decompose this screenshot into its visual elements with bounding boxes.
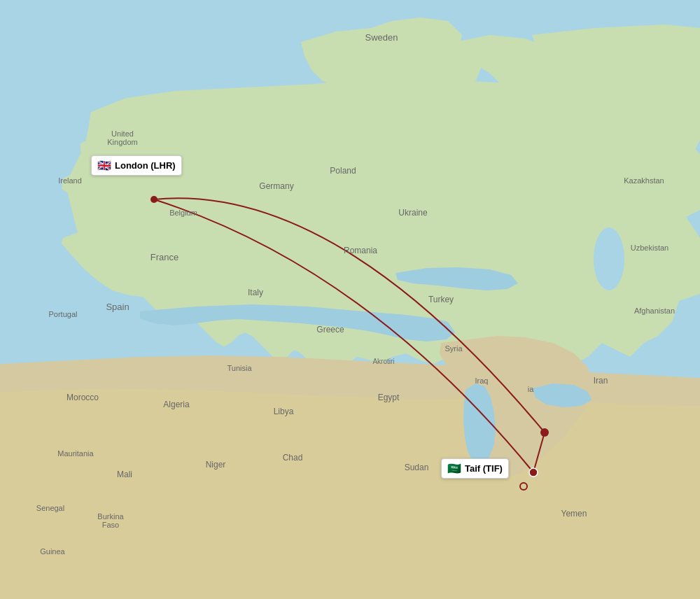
svg-text:Belgium: Belgium [169,209,197,217]
svg-text:Spain: Spain [106,302,129,312]
svg-text:Turkey: Turkey [428,295,454,304]
svg-text:Ireland: Ireland [58,176,82,185]
svg-text:Kingdom: Kingdom [107,138,137,146]
svg-text:Uzbekistan: Uzbekistan [631,244,668,252]
svg-text:Akrotiri: Akrotiri [372,358,394,365]
svg-text:Iraq: Iraq [475,376,489,385]
svg-text:Faso: Faso [102,521,119,529]
svg-point-3 [540,428,549,437]
svg-text:Egypt: Egypt [378,393,400,402]
svg-text:Syria: Syria [444,344,463,353]
map-svg: Sweden United Kingdom Ireland Belgium Ge… [0,0,700,599]
svg-text:France: France [150,252,178,262]
svg-text:Morocco: Morocco [66,393,99,402]
svg-text:Tunisia: Tunisia [227,364,252,372]
svg-text:Poland: Poland [330,166,356,176]
svg-text:Kazakhstan: Kazakhstan [624,176,664,185]
svg-text:Mali: Mali [117,470,132,479]
svg-text:ia: ia [528,385,534,393]
svg-text:Sudan: Sudan [405,463,429,472]
svg-text:Ukraine: Ukraine [398,208,428,218]
svg-text:Burkina: Burkina [97,512,124,521]
svg-text:Germany: Germany [259,181,293,191]
svg-text:Italy: Italy [248,288,263,297]
svg-text:Mauritania: Mauritania [57,449,94,458]
svg-text:Greece: Greece [316,325,344,334]
svg-point-2 [150,196,158,203]
svg-text:Senegal: Senegal [36,504,64,512]
svg-text:Yemen: Yemen [561,509,587,519]
svg-text:Guinea: Guinea [40,547,65,556]
map-container: Sweden United Kingdom Ireland Belgium Ge… [0,0,700,599]
svg-text:Iran: Iran [594,376,608,386]
svg-text:Romania: Romania [344,246,377,255]
svg-point-1 [594,227,624,290]
svg-text:Chad: Chad [283,453,303,463]
svg-text:Algeria: Algeria [163,400,190,409]
svg-text:Niger: Niger [206,460,226,470]
svg-point-4 [529,468,538,477]
svg-text:Afghanistan: Afghanistan [634,306,675,315]
svg-text:Sweden: Sweden [365,32,398,43]
svg-text:United: United [111,129,134,138]
svg-text:Portugal: Portugal [49,310,78,318]
svg-text:Libya: Libya [274,407,294,416]
